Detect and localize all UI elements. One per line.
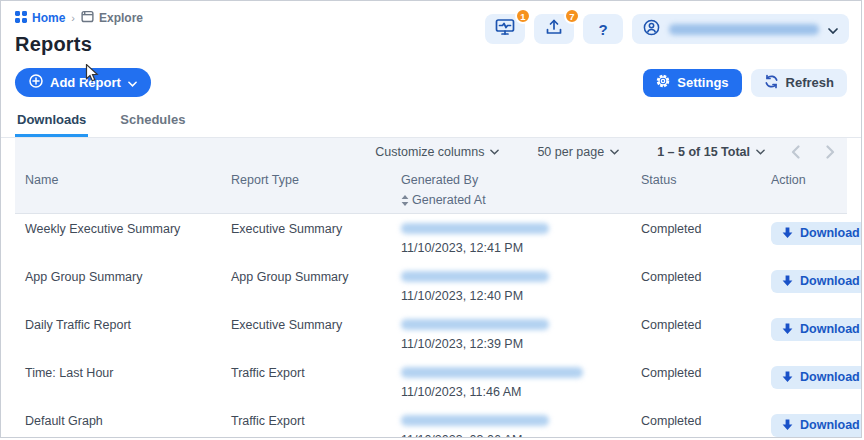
grid-icon bbox=[15, 11, 27, 26]
download-button[interactable]: Download bbox=[771, 414, 862, 437]
refresh-icon bbox=[764, 74, 779, 92]
cell-status: Completed bbox=[631, 270, 761, 303]
header-report-type[interactable]: Report Type bbox=[221, 173, 391, 207]
upload-icon bbox=[545, 18, 563, 40]
pagination-arrows bbox=[791, 145, 835, 159]
chevron-down-icon bbox=[756, 149, 765, 155]
table-toolbar: Customize columns 50 per page 1 – 5 of 1… bbox=[15, 138, 847, 166]
reports-page: Home › Explore Reports 1 7 ? bbox=[0, 0, 862, 438]
cell-name: Default Graph bbox=[15, 414, 221, 438]
chevron-down-icon bbox=[128, 75, 137, 90]
cell-status: Completed bbox=[631, 222, 761, 255]
download-label: Download bbox=[800, 418, 860, 432]
breadcrumb-home-link[interactable]: Home bbox=[15, 11, 65, 26]
tab-schedules[interactable]: Schedules bbox=[118, 110, 187, 137]
cell-report-type: Traffic Export bbox=[221, 414, 391, 438]
next-page-icon[interactable] bbox=[826, 145, 835, 159]
refresh-label: Refresh bbox=[786, 75, 834, 90]
download-label: Download bbox=[800, 274, 860, 288]
cell-action: Download bbox=[761, 270, 862, 303]
cell-generated-at: 11/10/2023, 11:46 AM bbox=[401, 385, 631, 399]
table-row: Daily Traffic Report Executive Summary 1… bbox=[15, 310, 847, 358]
help-button[interactable]: ? bbox=[583, 14, 623, 44]
table-header: Name Report Type Generated By Generated … bbox=[15, 166, 847, 214]
table-row: App Group Summary App Group Summary 11/1… bbox=[15, 262, 847, 310]
customize-columns-label: Customize columns bbox=[375, 145, 484, 159]
cell-generated-at: 11/10/2023, 03:06 AM bbox=[401, 433, 631, 438]
table-row: Time: Last Hour Traffic Export 11/10/202… bbox=[15, 358, 847, 406]
generated-by-redacted bbox=[401, 415, 549, 426]
header-generated: Generated By Generated At bbox=[391, 173, 631, 207]
refresh-button[interactable]: Refresh bbox=[751, 69, 847, 97]
cell-action: Download bbox=[761, 366, 862, 399]
breadcrumb-home-label: Home bbox=[32, 11, 65, 25]
add-report-label: Add Report bbox=[50, 75, 121, 90]
cell-report-type: Executive Summary bbox=[221, 318, 391, 351]
pagination-range-label: 1 – 5 of 15 Total bbox=[657, 145, 750, 159]
cell-generated: 11/10/2023, 12:39 PM bbox=[391, 318, 631, 351]
sort-icon bbox=[401, 195, 409, 206]
user-icon bbox=[643, 19, 660, 40]
download-icon bbox=[782, 371, 793, 384]
gear-icon bbox=[656, 74, 670, 91]
cell-generated-at: 11/10/2023, 12:41 PM bbox=[401, 241, 631, 255]
header-status[interactable]: Status bbox=[631, 173, 761, 207]
header-generated-at[interactable]: Generated At bbox=[401, 193, 631, 207]
generated-by-redacted bbox=[401, 367, 583, 378]
download-icon bbox=[782, 323, 793, 336]
plus-circle-icon bbox=[29, 74, 43, 91]
cell-generated: 11/10/2023, 12:41 PM bbox=[391, 222, 631, 255]
chevron-down-icon bbox=[828, 20, 838, 38]
account-email-redacted bbox=[669, 24, 819, 35]
cell-name: Daily Traffic Report bbox=[15, 318, 221, 351]
monitor-badge: 1 bbox=[515, 8, 531, 24]
per-page-dropdown[interactable]: 50 per page bbox=[537, 145, 619, 159]
download-button[interactable]: Download bbox=[771, 222, 862, 245]
cell-action: Download bbox=[761, 318, 862, 351]
download-button[interactable]: Download bbox=[771, 366, 862, 389]
cell-generated-at: 11/10/2023, 12:40 PM bbox=[401, 289, 631, 303]
download-icon bbox=[782, 227, 793, 240]
system-monitor-button[interactable]: 1 bbox=[485, 14, 525, 44]
download-button[interactable]: Download bbox=[771, 270, 862, 293]
settings-label: Settings bbox=[677, 75, 728, 90]
download-icon bbox=[782, 419, 793, 432]
topbar-controls: 1 7 ? bbox=[485, 14, 849, 44]
download-icon bbox=[782, 275, 793, 288]
cell-status: Completed bbox=[631, 366, 761, 399]
tab-bar: Downloads Schedules bbox=[1, 110, 861, 138]
cell-name: Time: Last Hour bbox=[15, 366, 221, 399]
breadcrumb-explore-label: Explore bbox=[99, 11, 143, 25]
chevron-down-icon bbox=[610, 149, 619, 155]
cell-generated: 11/10/2023, 12:40 PM bbox=[391, 270, 631, 303]
cell-action: Download bbox=[761, 222, 862, 255]
cell-generated: 11/10/2023, 03:06 AM bbox=[391, 414, 631, 438]
action-row: Add Report Settings Refresh bbox=[1, 68, 861, 97]
tab-downloads[interactable]: Downloads bbox=[15, 110, 88, 137]
settings-button[interactable]: Settings bbox=[643, 69, 741, 97]
download-label: Download bbox=[800, 322, 860, 336]
help-icon: ? bbox=[598, 21, 607, 38]
header-generated-by[interactable]: Generated By bbox=[401, 173, 631, 187]
prev-page-icon[interactable] bbox=[791, 145, 800, 159]
header-name[interactable]: Name bbox=[15, 173, 221, 207]
pagination-range-dropdown[interactable]: 1 – 5 of 15 Total bbox=[657, 145, 765, 159]
account-menu-button[interactable] bbox=[632, 14, 849, 44]
table-actions: Settings Refresh bbox=[643, 69, 847, 97]
cell-generated-at: 11/10/2023, 12:39 PM bbox=[401, 337, 631, 351]
add-report-button[interactable]: Add Report bbox=[15, 68, 151, 97]
download-label: Download bbox=[800, 226, 860, 240]
explore-icon bbox=[81, 10, 94, 26]
header-generated-at-label: Generated At bbox=[412, 193, 486, 207]
generated-by-redacted bbox=[401, 319, 549, 330]
per-page-label: 50 per page bbox=[537, 145, 604, 159]
cell-report-type: Executive Summary bbox=[221, 222, 391, 255]
generated-by-redacted bbox=[401, 271, 549, 282]
table-row: Default Graph Traffic Export 11/10/2023,… bbox=[15, 406, 847, 438]
breadcrumb-explore: Explore bbox=[81, 10, 143, 26]
cell-status: Completed bbox=[631, 414, 761, 438]
generated-by-redacted bbox=[401, 223, 549, 234]
customize-columns-dropdown[interactable]: Customize columns bbox=[375, 145, 499, 159]
download-button[interactable]: Download bbox=[771, 318, 862, 341]
upload-button[interactable]: 7 bbox=[534, 14, 574, 44]
